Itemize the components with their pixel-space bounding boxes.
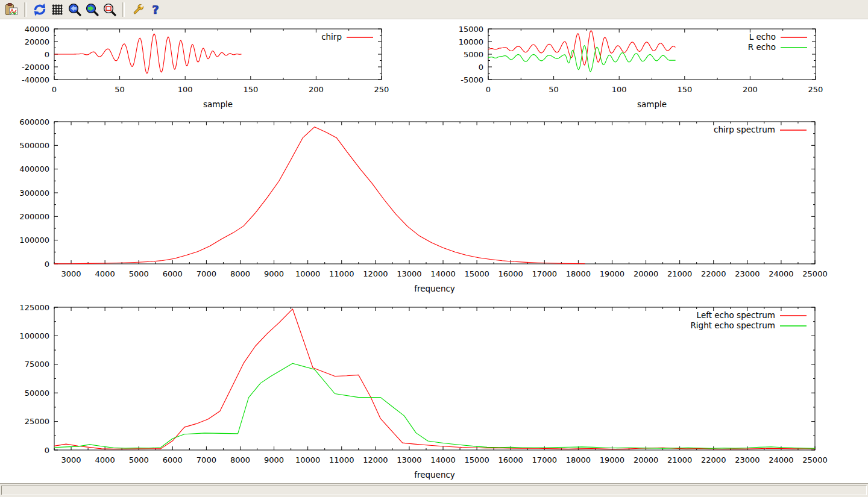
wrench-icon [131, 2, 145, 17]
x-tick-label: 50 [549, 85, 559, 94]
x-tick-label: 22000 [701, 455, 726, 464]
y-tick-label: 0 [45, 260, 49, 269]
y-tick-label: -20000 [22, 63, 49, 72]
x-axis-label: frequency [414, 284, 455, 293]
y-tick-label: -40000 [22, 75, 49, 84]
legend-label: L echo [749, 32, 776, 42]
x-tick-label: 8000 [230, 269, 250, 278]
x-tick-label: 17000 [532, 269, 557, 278]
help-button[interactable]: ? [147, 1, 163, 17]
x-tick-label: 18000 [566, 455, 591, 464]
series-chirp-spectrum [54, 127, 585, 264]
x-tick-label: 23000 [735, 455, 760, 464]
legend-label: R echo [748, 42, 776, 52]
legend-label: chirp [321, 32, 342, 42]
x-tick-label: 24000 [769, 269, 793, 278]
x-tick-label: 20000 [634, 455, 658, 464]
x-tick-label: 21000 [667, 269, 692, 278]
y-tick-label: 75000 [25, 360, 49, 369]
x-tick-label: 10000 [295, 455, 320, 464]
plot-echo-spectra[interactable]: 3000400050006000700080009000100001100012… [19, 303, 827, 480]
x-tick-label: 13000 [397, 269, 421, 278]
x-tick-label: 9000 [264, 269, 284, 278]
x-tick-label: 16000 [498, 269, 523, 278]
x-tick-label: 3000 [61, 455, 81, 464]
y-tick-label: 0 [479, 63, 483, 72]
toggle-grid-button[interactable] [49, 1, 65, 17]
x-tick-label: 150 [243, 85, 258, 94]
x-tick-label: 50 [115, 85, 125, 94]
zoom-next-button[interactable] [84, 1, 100, 17]
x-tick-label: 5000 [129, 269, 149, 278]
x-tick-label: 19000 [600, 269, 624, 278]
y-tick-label: 50000 [25, 389, 49, 398]
x-tick-label: 200 [743, 85, 758, 94]
x-tick-label: 6000 [163, 455, 183, 464]
legend-label: chirp spectrum [714, 125, 775, 134]
series-r-echo [488, 46, 676, 72]
plot-chirp-spectrum[interactable]: 3000400050006000700080009000100001100012… [19, 117, 827, 294]
x-tick-label: 4000 [95, 455, 115, 464]
magnifier-rectangle-icon [102, 2, 117, 17]
x-tick-label: 6000 [163, 269, 183, 278]
y-tick-label: 40000 [25, 25, 49, 34]
series-chirp [54, 34, 242, 73]
x-tick-label: 3000 [61, 269, 81, 278]
x-tick-label: 7000 [197, 455, 216, 464]
y-tick-label: 200000 [19, 212, 49, 221]
plot-canvas[interactable]: 050100150200250-40000-2000002000040000sa… [0, 19, 868, 484]
plot-chirp-waveform[interactable]: 050100150200250-40000-2000002000040000sa… [22, 25, 389, 110]
x-tick-label: 17000 [532, 455, 557, 464]
question-mark-icon: ? [148, 2, 163, 17]
svg-text:?: ? [152, 2, 159, 17]
x-axis-label: sample [637, 99, 667, 109]
refresh-icon [33, 2, 47, 17]
autoscale-button[interactable] [101, 1, 118, 17]
x-tick-label: 24000 [769, 455, 793, 464]
replot-button[interactable] [31, 1, 48, 17]
toolbar-separator [24, 2, 27, 17]
x-tick-label: 11000 [329, 455, 354, 464]
y-tick-label: 125000 [19, 303, 49, 312]
plot-echo-waveforms[interactable]: 050100150200250-5000050001000015000sampl… [459, 25, 823, 110]
toolbar-separator [122, 2, 125, 17]
x-tick-label: 100 [178, 85, 193, 94]
legend-label: Left echo spectrum [697, 310, 775, 320]
status-bar [0, 483, 868, 497]
x-axis-label: frequency [414, 470, 455, 480]
y-tick-label: 600000 [19, 117, 49, 127]
x-tick-label: 21000 [667, 455, 692, 464]
zoom-previous-button[interactable] [66, 1, 83, 17]
copy-plot-button[interactable] [3, 1, 19, 17]
x-tick-label: 200 [309, 85, 324, 94]
x-tick-label: 14000 [430, 455, 455, 464]
y-tick-label: 10000 [459, 37, 483, 46]
x-tick-label: 25000 [802, 269, 827, 278]
x-tick-label: 20000 [634, 269, 658, 278]
status-text [1, 486, 867, 495]
x-tick-label: 12000 [363, 269, 388, 278]
configure-button[interactable] [130, 1, 146, 17]
x-tick-label: 12000 [363, 455, 388, 464]
y-tick-label: 0 [45, 50, 49, 59]
x-tick-label: 4000 [95, 269, 115, 278]
x-tick-label: 8000 [230, 455, 250, 464]
y-tick-label: -5000 [461, 75, 483, 84]
grid-icon [50, 2, 64, 17]
y-tick-label: 300000 [19, 189, 49, 198]
x-tick-label: 10000 [295, 269, 320, 278]
legend-label: Right echo spectrum [690, 320, 775, 330]
x-axis-label: sample [203, 99, 233, 109]
x-tick-label: 250 [374, 85, 389, 94]
x-tick-label: 23000 [735, 269, 760, 278]
y-tick-label: 15000 [459, 25, 483, 34]
y-tick-label: 400000 [19, 164, 49, 173]
x-tick-label: 100 [612, 85, 627, 94]
magnifier-right-arrow-icon [85, 2, 99, 17]
y-tick-label: 100000 [19, 236, 49, 245]
x-tick-label: 0 [52, 85, 57, 94]
x-tick-label: 16000 [498, 455, 523, 464]
x-tick-label: 15000 [464, 269, 489, 278]
series-right-echo-spectrum [54, 363, 815, 448]
clipboard-chart-icon [4, 2, 19, 17]
